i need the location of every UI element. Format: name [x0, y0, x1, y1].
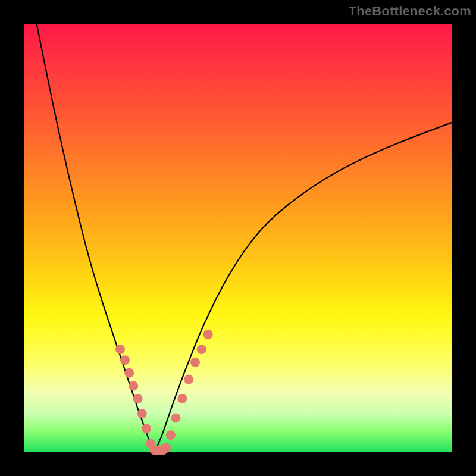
- marker-layer: [115, 330, 213, 455]
- sample-point: [129, 381, 138, 390]
- sample-point: [142, 424, 151, 433]
- plot-area: [24, 24, 452, 452]
- sample-point: [190, 358, 200, 367]
- sample-point: [197, 345, 206, 354]
- curve-layer: [37, 24, 452, 452]
- chart-frame: TheBottleneck.com: [0, 0, 476, 476]
- sample-point: [137, 409, 147, 418]
- sample-point: [120, 355, 130, 365]
- watermark-text: TheBottleneck.com: [349, 4, 471, 19]
- right-branch-curve: [155, 123, 452, 452]
- sample-point: [177, 394, 187, 403]
- sample-point: [184, 375, 193, 384]
- sample-point: [115, 345, 125, 354]
- sample-point: [124, 368, 134, 378]
- sample-point: [166, 430, 176, 440]
- sample-point: [133, 394, 143, 403]
- chart-svg: [24, 24, 452, 452]
- sample-point: [161, 443, 171, 453]
- sample-point: [171, 413, 181, 422]
- sample-point: [203, 330, 213, 339]
